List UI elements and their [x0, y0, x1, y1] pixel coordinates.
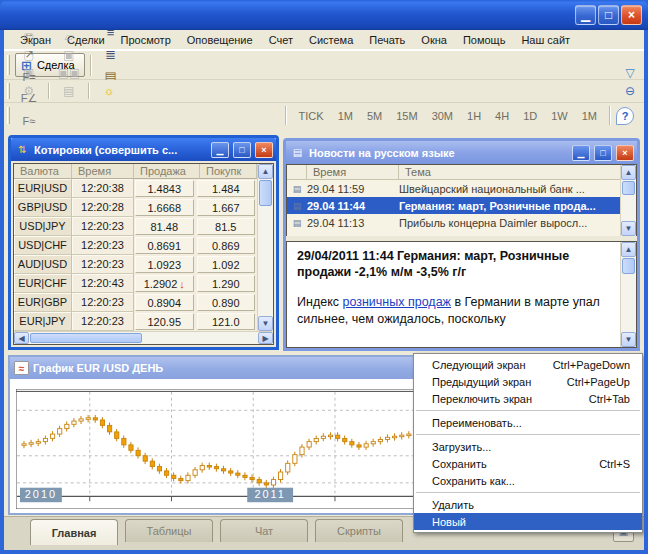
menu-item-8[interactable]: Окна	[413, 32, 455, 48]
timeframe-button-1h-5[interactable]: 1H	[464, 110, 484, 122]
help-icon[interactable]: ?	[616, 107, 634, 125]
maximize-button[interactable]: □	[598, 5, 619, 25]
bid-button[interactable]: 1.0923	[135, 256, 194, 273]
toolbar-grip[interactable]	[7, 83, 10, 98]
save-icon[interactable]: ▣	[57, 46, 81, 64]
context-menu-item-3[interactable]: Переключить экранCtrl+Tab	[414, 390, 642, 407]
lightbulb-icon[interactable]: ☼	[97, 82, 121, 100]
scrollbar-thumb[interactable]	[622, 181, 635, 195]
toolbar-grip[interactable]	[7, 55, 10, 75]
quotes-row-eur-chf[interactable]: EUR|CHF12:20:431.2902↓1.290	[14, 274, 257, 293]
quotes-row-eur-usd[interactable]: EUR|USD12:20:381.48431.484	[14, 179, 257, 198]
main-titlebar[interactable]: ▁ □ ×	[0, 0, 648, 30]
timeframe-button-tick-0[interactable]: TICK	[296, 110, 327, 122]
quotes-close-button[interactable]: ×	[255, 142, 273, 158]
ask-button[interactable]: 1.484	[197, 180, 256, 197]
ask-button[interactable]: 81.5	[197, 218, 256, 235]
timeframe-button-1m-1[interactable]: 1M	[335, 110, 356, 122]
scroll-down-icon[interactable]: ▼	[621, 332, 636, 347]
news-row-3[interactable]: ▤29.04 11:13Прибыль концерна Daimler выр…	[287, 214, 620, 231]
minimize-button[interactable]: ▁	[575, 5, 596, 25]
tab-таблицы[interactable]: Таблицы	[125, 519, 213, 542]
orders-list-icon[interactable]: ≡	[99, 30, 123, 43]
quotes-row-gbp-usd[interactable]: GBP|USD12:20:281.66681.667	[14, 198, 257, 217]
ask-button[interactable]: 1.667	[197, 199, 256, 216]
context-menu-item-11[interactable]: Удалить	[414, 496, 642, 513]
menu-item-7[interactable]: Печать	[361, 32, 413, 48]
menu-item-6[interactable]: Система	[301, 32, 361, 48]
ask-button[interactable]: 1.092	[197, 256, 256, 273]
scroll-right-icon[interactable]: ▶	[258, 332, 273, 344]
horizontal-line-icon[interactable]: ↔	[17, 30, 41, 44]
context-menu-item-2[interactable]: Предыдущий экранCtrl+PageUp	[414, 373, 642, 390]
timeframe-button-1d-7[interactable]: 1D	[520, 110, 540, 122]
article-scrollbar[interactable]: ▲ ▼	[620, 242, 636, 347]
ask-button[interactable]: 121.0	[197, 313, 256, 330]
news-titlebar[interactable]: ▤ Новости на русском языке ▁ □ ×	[286, 141, 637, 164]
bid-button[interactable]: 1.2902↓	[135, 275, 194, 292]
scrollbar-thumb[interactable]	[30, 333, 142, 343]
ask-button[interactable]: 0.890	[197, 294, 256, 311]
ask-button[interactable]: 1.290	[197, 275, 256, 292]
timeframe-button-4h-6[interactable]: 4H	[492, 110, 512, 122]
quotes-minimize-button[interactable]: ▁	[211, 142, 229, 158]
menu-item-4[interactable]: Оповещение	[179, 32, 261, 48]
news-list-scrollbar[interactable]: ▲ ▼	[620, 165, 636, 236]
bid-button[interactable]: 0.8904	[135, 294, 194, 311]
copy-icon[interactable]: ▤	[57, 82, 81, 100]
open-folder-icon[interactable]: ▱	[57, 30, 81, 46]
quotes-row-eur-jpy[interactable]: EUR|JPY12:20:23120.95121.0	[14, 312, 257, 331]
menu-item-5[interactable]: Счет	[261, 32, 301, 48]
quotes-row-aud-usd[interactable]: AUD|USD12:20:231.09231.092	[14, 255, 257, 274]
bid-button[interactable]: 81.48	[135, 218, 194, 235]
scroll-up-icon[interactable]: ▲	[258, 164, 273, 179]
timeframe-button-30m-4[interactable]: 30M	[429, 110, 456, 122]
scroll-up-icon[interactable]: ▲	[621, 165, 636, 180]
context-menu-item-8[interactable]: СохранитьCtrl+S	[414, 455, 642, 472]
tab-главная[interactable]: Главная	[30, 519, 118, 545]
news-row-1[interactable]: ▤29.04 11:59Швейцарский национальный бан…	[287, 180, 620, 197]
article-link[interactable]: розничных продаж	[342, 295, 451, 309]
timeframe-button-5m-2[interactable]: 5M	[364, 110, 385, 122]
context-menu-item-9[interactable]: Сохранить как...	[414, 472, 642, 489]
save-all-icon[interactable]: ▣▣	[57, 64, 81, 82]
scroll-down-icon[interactable]: ▼	[621, 221, 636, 236]
menu-item-10[interactable]: Наш сайт	[513, 32, 578, 48]
menu-item-9[interactable]: Помощь	[455, 32, 514, 48]
tab-чат[interactable]: Чат	[220, 519, 308, 542]
scrollbar-thumb[interactable]	[622, 258, 635, 274]
context-menu-item-7[interactable]: Загрузить...	[414, 438, 642, 455]
news-close-button[interactable]: ×	[616, 145, 634, 161]
news-row-2[interactable]: ▤29.04 11:44Германия: март, Розничные пр…	[287, 197, 620, 214]
fibo-fan-icon[interactable]: F∠	[17, 88, 41, 110]
timeframe-button-1w-8[interactable]: 1W	[548, 110, 571, 122]
quotes-titlebar[interactable]: ⇅ Котировки (совершить с... ▁ □ ×	[11, 138, 276, 161]
context-menu-item-5[interactable]: Переименовать...	[414, 414, 642, 431]
bid-button[interactable]: 1.6668	[135, 199, 194, 216]
trend-line-icon[interactable]: ↗	[17, 44, 41, 66]
timeframe-button-1m-9[interactable]: 1M	[579, 110, 600, 122]
positions-icon[interactable]: ≣	[99, 43, 123, 65]
quotes-row-usd-jpy[interactable]: USD|JPY12:20:2381.4881.5	[14, 217, 257, 236]
filter-icon[interactable]: ▽	[618, 64, 642, 82]
timeframe-button-15m-3[interactable]: 15M	[393, 110, 420, 122]
scroll-left-icon[interactable]: ◀	[14, 332, 29, 344]
scroll-down-icon[interactable]: ▼	[258, 316, 273, 331]
scroll-up-icon[interactable]: ▲	[621, 242, 636, 257]
quotes-row-usd-chf[interactable]: USD|CHF12:20:230.86910.869	[14, 236, 257, 255]
context-menu-item-1[interactable]: Следующий экранCtrl+PageDown	[414, 356, 642, 373]
bid-button[interactable]: 120.95	[135, 313, 194, 330]
bid-button[interactable]: 0.8691	[135, 237, 194, 254]
toolbar-grip[interactable]	[7, 107, 10, 125]
quotes-horizontal-scrollbar[interactable]: ◀ ▶	[14, 331, 273, 344]
ask-button[interactable]: 0.869	[197, 237, 256, 254]
tab-скрипты[interactable]: Скрипты	[315, 519, 403, 542]
fibo-lines-icon[interactable]: F=	[17, 66, 41, 88]
news-maximize-button[interactable]: □	[594, 145, 612, 161]
context-menu-item-12[interactable]: Новый	[414, 513, 642, 530]
scrollbar-thumb[interactable]	[259, 180, 272, 206]
zoom-out-icon[interactable]: ⊖	[618, 82, 642, 100]
quotes-row-eur-gbp[interactable]: EUR|GBP12:20:230.89040.890	[14, 293, 257, 312]
quotes-maximize-button[interactable]: □	[233, 142, 251, 158]
news-minimize-button[interactable]: ▁	[572, 145, 590, 161]
